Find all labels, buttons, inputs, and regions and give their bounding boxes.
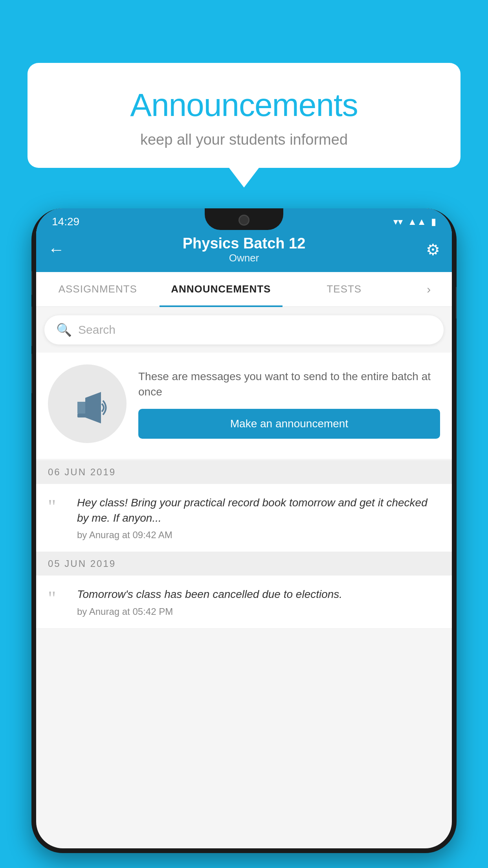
volume-up-button bbox=[31, 307, 32, 346]
phone-mockup: 14:29 ▾▾ ▲▲ ▮ ← Physics Batch 12 Owner ⚙ bbox=[31, 208, 457, 853]
quote-icon-1: " bbox=[48, 497, 68, 516]
mute-button bbox=[31, 271, 32, 295]
speech-bubble: Announcements keep all your students inf… bbox=[28, 63, 460, 168]
svg-marker-0 bbox=[77, 402, 85, 414]
announcement-promo: These are messages you want to send to t… bbox=[36, 353, 452, 459]
speech-bubble-arrow bbox=[229, 168, 259, 188]
svg-rect-2 bbox=[77, 414, 86, 417]
settings-button[interactable]: ⚙ bbox=[416, 241, 440, 259]
wifi-icon: ▾▾ bbox=[393, 216, 403, 227]
promo-icon-circle bbox=[48, 364, 127, 443]
status-icons: ▾▾ ▲▲ ▮ bbox=[393, 216, 436, 227]
tab-assignments[interactable]: ASSIGNMENTS bbox=[36, 272, 160, 306]
announcement-text-2: Tomorrow's class has been cancelled due … bbox=[77, 587, 440, 602]
megaphone-icon bbox=[68, 384, 107, 423]
quote-icon-2: " bbox=[48, 588, 68, 608]
speech-bubble-subtitle: keep all your students informed bbox=[51, 131, 437, 148]
signal-icon: ▲▲ bbox=[407, 216, 426, 227]
announcement-meta-2: by Anurag at 05:42 PM bbox=[77, 606, 440, 617]
speech-bubble-title: Announcements bbox=[51, 86, 437, 123]
phone-container: 14:29 ▾▾ ▲▲ ▮ ← Physics Batch 12 Owner ⚙ bbox=[31, 208, 457, 868]
date-divider-1: 06 JUN 2019 bbox=[36, 460, 452, 484]
promo-content: These are messages you want to send to t… bbox=[138, 369, 440, 439]
announcement-content-2: Tomorrow's class has been cancelled due … bbox=[77, 587, 440, 617]
make-announcement-button[interactable]: Make an announcement bbox=[138, 409, 440, 439]
tabs-more-button[interactable]: › bbox=[406, 272, 452, 306]
announcement-item-1[interactable]: " Hey class! Bring your practical record… bbox=[36, 484, 452, 552]
search-placeholder: Search bbox=[78, 323, 116, 337]
header-title: Physics Batch 12 bbox=[72, 235, 416, 252]
date-divider-2: 05 JUN 2019 bbox=[36, 552, 452, 576]
search-icon: 🔍 bbox=[56, 322, 72, 337]
announcement-text-1: Hey class! Bring your practical record b… bbox=[77, 495, 440, 526]
status-time: 14:29 bbox=[52, 215, 79, 228]
back-button[interactable]: ← bbox=[48, 240, 72, 259]
tabs-bar: ASSIGNMENTS ANNOUNCEMENTS TESTS › bbox=[36, 272, 452, 307]
phone-notch bbox=[205, 208, 283, 230]
phone-screen: 14:29 ▾▾ ▲▲ ▮ ← Physics Batch 12 Owner ⚙ bbox=[36, 208, 452, 848]
promo-description: These are messages you want to send to t… bbox=[138, 369, 440, 399]
volume-down-button bbox=[31, 354, 32, 393]
phone-camera bbox=[238, 215, 250, 226]
speech-bubble-section: Announcements keep all your students inf… bbox=[28, 63, 460, 188]
battery-icon: ▮ bbox=[431, 216, 436, 227]
announcement-item-2[interactable]: " Tomorrow's class has been cancelled du… bbox=[36, 576, 452, 628]
tab-tests[interactable]: TESTS bbox=[283, 272, 406, 306]
announcement-content-1: Hey class! Bring your practical record b… bbox=[77, 495, 440, 541]
tab-announcements[interactable]: ANNOUNCEMENTS bbox=[160, 272, 283, 306]
header-subtitle: Owner bbox=[72, 252, 416, 264]
svg-marker-1 bbox=[85, 392, 101, 423]
announcement-meta-1: by Anurag at 09:42 AM bbox=[77, 530, 440, 541]
header-center: Physics Batch 12 Owner bbox=[72, 235, 416, 264]
search-bar[interactable]: 🔍 Search bbox=[44, 315, 444, 345]
power-button bbox=[456, 287, 457, 318]
